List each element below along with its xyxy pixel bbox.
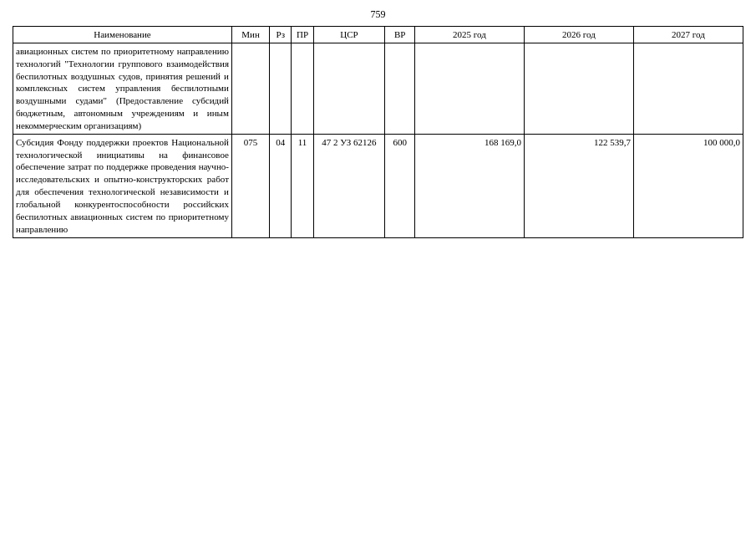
- table-row: Субсидия Фонду поддержки проектов Национ…: [13, 134, 743, 237]
- table-row: авиационных систем по приоритетному напр…: [13, 43, 743, 134]
- header-2027: 2027 год: [633, 27, 743, 43]
- row1-rz: [270, 43, 292, 134]
- header-2026: 2026 год: [524, 27, 633, 43]
- row2-vr: 600: [385, 134, 415, 237]
- row1-vr: [385, 43, 415, 134]
- header-min: Мин: [231, 27, 269, 43]
- row1-2027: [633, 43, 743, 134]
- table-header: Наименование Мин Рз ПР ЦСР ВР 2025 год 2…: [13, 27, 743, 43]
- header-csr: ЦСР: [313, 27, 385, 43]
- header-pr: ПР: [292, 27, 313, 43]
- row2-2027: 100 000,0: [633, 134, 743, 237]
- row1-min: [231, 43, 269, 134]
- header-naim: Наименование: [13, 27, 232, 43]
- row2-min: 075: [231, 134, 269, 237]
- row2-2025: 168 169,0: [415, 134, 525, 237]
- row1-csr: [313, 43, 385, 134]
- budget-table: Наименование Мин Рз ПР ЦСР ВР 2025 год 2…: [13, 26, 743, 238]
- row2-pr: 11: [292, 134, 313, 237]
- row1-2025: [415, 43, 525, 134]
- header-2025: 2025 год: [415, 27, 525, 43]
- page-container: 759 Наименование Мин Рз ПР ЦСР ВР 2025 г…: [0, 0, 756, 535]
- row2-rz: 04: [270, 134, 292, 237]
- header-rz: Рз: [270, 27, 292, 43]
- page-number: 759: [13, 8, 743, 21]
- row1-pr: [292, 43, 313, 134]
- row2-2026: 122 539,7: [524, 134, 633, 237]
- row1-2026: [524, 43, 633, 134]
- row2-name: Субсидия Фонду поддержки проектов Национ…: [13, 134, 232, 237]
- row1-name: авиационных систем по приоритетному напр…: [13, 43, 232, 134]
- row2-csr: 47 2 УЗ 62126: [313, 134, 385, 237]
- header-vr: ВР: [385, 27, 415, 43]
